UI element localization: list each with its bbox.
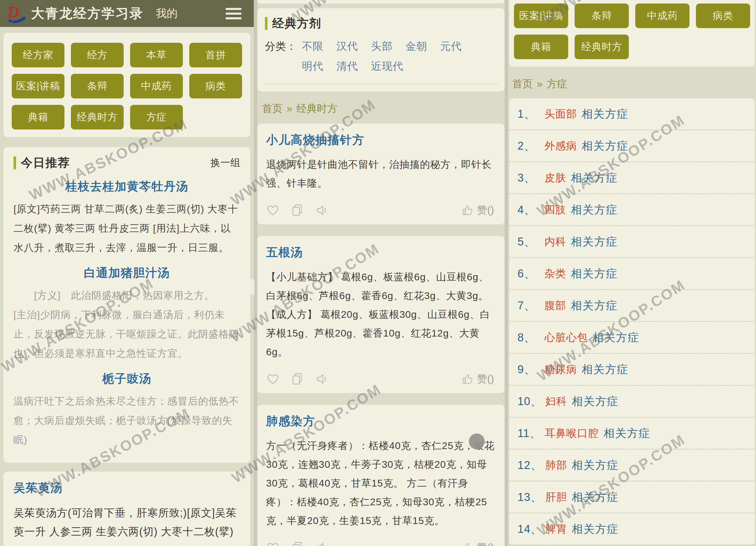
phone-screen-home: D 大青龙经方学习录 我的 经方家经方本草首拼医案|讲稿条辩中成药病类典籍经典时… xyxy=(0,0,254,546)
svg-text:D: D xyxy=(7,3,19,21)
item-suffix: 相关方症 xyxy=(572,458,619,473)
copy-icon[interactable] xyxy=(291,204,304,217)
symptom-list-item[interactable]: 5、 内科 相关方症 xyxy=(509,226,755,258)
today-recommend-card: 今日推荐 换一组 桂枝去桂加黄芩牡丹汤 [原文]芍药三两 甘草二两(炙) 生姜三… xyxy=(4,147,250,463)
symptom-list-item[interactable]: 6、 杂类 相关方症 xyxy=(509,258,755,290)
main-menu-card: 经方家经方本草首拼医案|讲稿条辩中成药病类典籍经典时方方症 xyxy=(4,33,250,137)
item-number: 2、 xyxy=(517,139,541,154)
item-number: 4、 xyxy=(517,203,541,217)
today-heading: 今日推荐 xyxy=(21,155,70,171)
menu-button[interactable]: 病类 xyxy=(189,74,242,98)
copy-icon[interactable] xyxy=(291,541,304,546)
symptom-list-item[interactable]: 4、 四肢 相关方症 xyxy=(509,194,755,226)
formula-title[interactable]: 白通加猪胆汁汤 xyxy=(13,265,240,281)
symptom-list-item[interactable]: 9、 糖尿病 相关方症 xyxy=(509,354,755,386)
filter-link[interactable]: 近现代 xyxy=(371,58,403,75)
symptom-list-item[interactable]: 8、 心脏心包 相关方症 xyxy=(509,322,755,354)
my-link[interactable]: 我的 xyxy=(156,6,178,21)
menu-button[interactable]: 医案|讲稿 xyxy=(12,74,64,98)
menu-button[interactable]: 方症 xyxy=(130,105,183,130)
item-suffix: 相关方症 xyxy=(582,107,629,122)
filter-link[interactable]: 头部 xyxy=(371,38,393,55)
hamburger-menu-icon[interactable] xyxy=(226,5,241,22)
menu-button[interactable]: 首拼 xyxy=(189,43,242,67)
menu-button[interactable]: 经典时方 xyxy=(575,35,629,59)
formula-card: 肺感染方 方一（无汗身疼者）：栝楼40克，杏仁25克，银花30克，连翘30克，牛… xyxy=(257,405,505,546)
formula-title[interactable]: 五根汤 xyxy=(266,244,496,261)
formula-text: [原文]芍药三两 甘草二两(炙) 生姜三两(切) 大枣十二枚(擘) 黄芩三两 牡… xyxy=(13,199,240,257)
symptom-list-item[interactable]: 10、 妇科 相关方症 xyxy=(509,386,755,418)
breadcrumb-separator-icon: » xyxy=(287,103,292,114)
thumbs-up-icon xyxy=(461,204,474,217)
symptom-list-item[interactable]: 7、 腹部 相关方症 xyxy=(509,290,755,322)
symptom-list-item[interactable]: 13、 肝胆 相关方症 xyxy=(509,482,755,513)
formula-title[interactable]: 肺感染方 xyxy=(266,413,496,429)
like-button[interactable]: 赞() xyxy=(459,203,496,217)
speaker-icon[interactable] xyxy=(315,372,329,386)
item-number: 5、 xyxy=(517,234,541,249)
item-number: 8、 xyxy=(517,330,541,345)
item-suffix: 相关方症 xyxy=(571,234,618,249)
symptom-list-item[interactable]: 14、 脾胃 相关方症 xyxy=(509,513,755,545)
app-logo-icon: D xyxy=(7,3,26,24)
symptom-list-item[interactable]: 11、 耳鼻喉口腔 相关方症 xyxy=(509,418,755,450)
menu-button[interactable]: 条辩 xyxy=(575,4,629,28)
recommended-article: 栀子豉汤 温病汗吐下之后余热未尽之佳方；感冒后的低热不愈；大病后虚烦失眠；栀子豉… xyxy=(13,370,240,449)
item-category: 脾胃 xyxy=(545,522,567,536)
item-number: 11、 xyxy=(517,426,541,441)
item-suffix: 相关方症 xyxy=(582,139,629,154)
menu-button[interactable]: 本草 xyxy=(130,43,183,67)
formula-title[interactable]: 栀子豉汤 xyxy=(13,370,240,387)
item-number: 6、 xyxy=(517,266,541,281)
menu-button[interactable]: 医案|讲稿 xyxy=(514,4,568,28)
filter-link[interactable]: 清代 xyxy=(336,58,358,75)
formula-title[interactable]: 桂枝去桂加黄芩牡丹汤 xyxy=(13,178,240,195)
menu-button[interactable]: 中成药 xyxy=(635,4,689,28)
symptom-list-item[interactable]: 1、 头面部 相关方症 xyxy=(509,98,755,130)
like-button[interactable]: 赞() xyxy=(459,372,496,386)
filter-link[interactable]: 汉代 xyxy=(336,38,358,55)
speaker-icon[interactable] xyxy=(315,204,329,217)
symptom-list-item[interactable]: 3、 皮肤 相关方症 xyxy=(509,162,755,194)
breadcrumb-current[interactable]: 方症 xyxy=(546,77,567,91)
menu-button[interactable]: 条辩 xyxy=(71,74,124,98)
item-category: 四肢 xyxy=(544,203,566,217)
filter-link[interactable]: 明代 xyxy=(302,58,323,75)
favorite-heart-icon[interactable] xyxy=(266,372,280,386)
menu-button[interactable]: 经方 xyxy=(71,43,124,67)
scrollbar-thumb[interactable] xyxy=(250,279,254,295)
item-number: 7、 xyxy=(517,298,541,313)
item-category: 心脏心包 xyxy=(544,330,588,345)
speaker-icon[interactable] xyxy=(315,541,329,546)
item-category: 肝胆 xyxy=(545,490,567,504)
filter-link[interactable]: 不限 xyxy=(302,38,323,55)
menu-button[interactable]: 经方家 xyxy=(12,43,64,67)
like-button[interactable]: 赞() xyxy=(459,540,496,546)
copy-icon[interactable] xyxy=(291,372,304,386)
formula-feed: 小儿高烧抽搐针方 退烧两针是针曲池不留针，治抽搐的秘方，即针长强、针丰隆。 赞(… xyxy=(257,124,505,546)
formula-card: 五根汤 【小儿基础方】 葛根6g、板蓝根6g、山豆根6g、白茅根6g、芦根6g、… xyxy=(257,236,505,393)
symptom-list-item[interactable]: 2、 外感病 相关方症 xyxy=(509,130,755,162)
filter-link[interactable]: 元代 xyxy=(440,38,462,55)
favorite-heart-icon[interactable] xyxy=(266,541,280,546)
menu-button[interactable]: 中成药 xyxy=(130,74,183,98)
item-number: 13、 xyxy=(517,490,542,505)
item-suffix: 相关方症 xyxy=(572,394,619,409)
change-group-link[interactable]: 换一组 xyxy=(210,156,240,170)
breadcrumb-current[interactable]: 经典时方 xyxy=(296,102,337,115)
breadcrumb-home[interactable]: 首页 xyxy=(262,102,282,115)
phone-screen-symptoms: 医案|讲稿条辩中成药病类典籍经典时方 首页 » 方症 1、 头面部 相关方症 2… xyxy=(508,0,756,546)
breadcrumb-home[interactable]: 首页 xyxy=(512,77,533,91)
symptom-list-item[interactable]: 12、 肺部 相关方症 xyxy=(509,450,755,482)
menu-button[interactable]: 典籍 xyxy=(514,35,568,59)
favorite-heart-icon[interactable] xyxy=(266,204,280,217)
formula-title[interactable]: 吴茱萸汤 xyxy=(13,480,240,496)
menu-button[interactable]: 经典时方 xyxy=(71,105,124,130)
formula-text: 方一（无汗身疼者）：栝楼40克，杏仁25克，银花30克，连翘30克，牛蒡子30克… xyxy=(266,436,496,530)
menu-button[interactable]: 病类 xyxy=(696,4,750,28)
breadcrumb: 首页 » 方症 xyxy=(512,77,756,90)
menu-button[interactable]: 典籍 xyxy=(12,105,64,130)
filter-link[interactable]: 金朝 xyxy=(406,38,427,55)
app-header: D 大青龙经方学习录 我的 xyxy=(0,0,254,27)
formula-title[interactable]: 小儿高烧抽搐针方 xyxy=(266,132,496,148)
